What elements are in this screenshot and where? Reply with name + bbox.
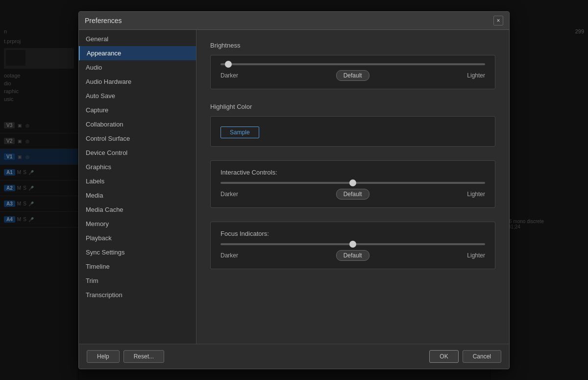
sidebar-item-collaboration[interactable]: Collaboration — [79, 117, 196, 131]
help-button[interactable]: Help — [87, 350, 120, 363]
sidebar-item-capture[interactable]: Capture — [79, 103, 196, 117]
brightness-slider-labels: Darker Default Lighter — [220, 70, 485, 81]
interactive-controls-label: Interactive Controls: — [220, 169, 485, 176]
interactive-controls-slider-labels: Darker Default Lighter — [220, 189, 485, 200]
interactive-controls-slider-thumb[interactable] — [349, 179, 356, 186]
interactive-controls-section: Interactive Controls: Darker Default Lig… — [210, 160, 495, 208]
ok-button[interactable]: OK — [429, 350, 458, 363]
sidebar-item-timeline[interactable]: Timeline — [79, 259, 196, 274]
preferences-dialog: Preferences × General Appearance Audio A… — [78, 11, 510, 369]
reset-button[interactable]: Reset... — [123, 350, 164, 363]
sidebar-item-media-cache[interactable]: Media Cache — [79, 203, 196, 217]
sidebar-item-auto-save[interactable]: Auto Save — [79, 89, 196, 103]
sidebar-item-audio-hardware[interactable]: Audio Hardware — [79, 75, 196, 89]
highlight-sample-button[interactable]: Sample — [220, 127, 259, 138]
sidebar-item-general[interactable]: General — [79, 32, 196, 46]
sidebar-item-labels[interactable]: Labels — [79, 174, 196, 188]
highlight-color-container: Sample — [210, 116, 495, 147]
focus-indicators-label: Focus Indicators: — [220, 230, 485, 237]
sidebar-item-sync-settings[interactable]: Sync Settings — [79, 245, 196, 259]
sidebar-item-graphics[interactable]: Graphics — [79, 160, 196, 174]
sidebar-item-audio[interactable]: Audio — [79, 60, 196, 75]
preferences-sidebar: General Appearance Audio Audio Hardware … — [79, 30, 196, 344]
interactive-controls-default-button[interactable]: Default — [336, 189, 369, 200]
brightness-slider-track[interactable] — [220, 63, 485, 65]
brightness-slider-container: Darker Default Lighter — [210, 55, 495, 89]
dialog-title-bar: Preferences × — [79, 12, 509, 30]
focus-indicators-lighter-label: Lighter — [467, 252, 485, 259]
dialog-footer: Help Reset... OK Cancel — [79, 344, 509, 369]
focus-indicators-slider-thumb[interactable] — [349, 241, 356, 248]
brightness-label: Brightness — [210, 42, 495, 49]
dialog-footer-right: OK Cancel — [429, 350, 501, 363]
sidebar-item-trim[interactable]: Trim — [79, 274, 196, 288]
brightness-lighter-label: Lighter — [467, 72, 485, 79]
focus-indicators-container: Focus Indicators: Darker Default Lighter — [210, 222, 495, 269]
dialog-body: General Appearance Audio Audio Hardware … — [79, 30, 509, 344]
focus-indicators-darker-label: Darker — [220, 252, 238, 259]
sidebar-item-memory[interactable]: Memory — [79, 217, 196, 231]
interactive-controls-slider-track[interactable] — [220, 182, 485, 184]
brightness-slider-thumb[interactable] — [225, 61, 232, 68]
dialog-overlay: Preferences × General Appearance Audio A… — [0, 0, 588, 380]
cancel-button[interactable]: Cancel — [463, 350, 501, 363]
dialog-close-button[interactable]: × — [493, 16, 503, 25]
brightness-section: Brightness Darker Default Lighter — [210, 42, 495, 89]
sidebar-item-control-surface[interactable]: Control Surface — [79, 131, 196, 146]
interactive-controls-lighter-label: Lighter — [467, 191, 485, 198]
focus-indicators-slider-track[interactable] — [220, 243, 485, 245]
interactive-controls-darker-label: Darker — [220, 191, 238, 198]
focus-indicators-default-button[interactable]: Default — [336, 250, 369, 261]
sidebar-item-playback[interactable]: Playback — [79, 231, 196, 245]
highlight-color-section: Highlight Color Sample — [210, 103, 495, 147]
sidebar-item-transcription[interactable]: Transcription — [79, 288, 196, 302]
brightness-default-button[interactable]: Default — [336, 70, 369, 81]
interactive-controls-container: Interactive Controls: Darker Default Lig… — [210, 160, 495, 208]
dialog-title: Preferences — [85, 17, 122, 25]
preferences-main-content: Brightness Darker Default Lighter — [196, 30, 509, 344]
brightness-darker-label: Darker — [220, 72, 238, 79]
focus-indicators-section: Focus Indicators: Darker Default Lighter — [210, 222, 495, 269]
sidebar-item-device-control[interactable]: Device Control — [79, 146, 196, 160]
highlight-color-label: Highlight Color — [210, 103, 495, 110]
focus-indicators-slider-labels: Darker Default Lighter — [220, 250, 485, 261]
dialog-footer-left: Help Reset... — [87, 350, 164, 363]
sidebar-item-media[interactable]: Media — [79, 188, 196, 203]
sidebar-item-appearance[interactable]: Appearance — [79, 46, 196, 60]
